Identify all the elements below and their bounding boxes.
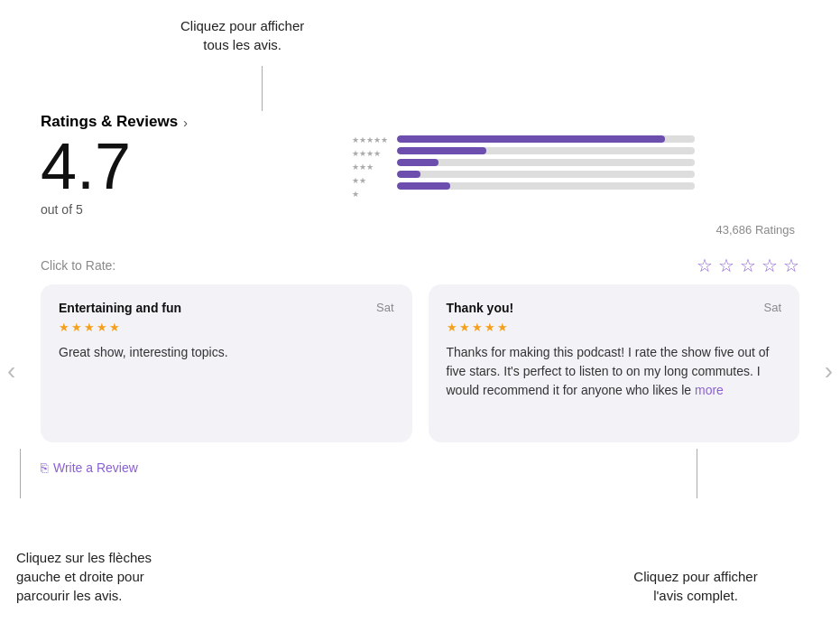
star-row-1: ★ bbox=[352, 190, 388, 199]
star-row-2: ★★ bbox=[352, 176, 388, 185]
annotation-bottom-left: Cliquez sur les flèches gauche et droite… bbox=[16, 548, 215, 605]
annot-right-line2: l'avis complet. bbox=[653, 588, 738, 603]
rate-star-1[interactable]: ☆ bbox=[697, 255, 713, 276]
write-review-icon: ⎘ bbox=[41, 460, 48, 475]
big-number: 4.7 bbox=[41, 134, 131, 199]
annot-left-line1: Cliquez sur les flèches bbox=[16, 550, 152, 565]
tooltip-top-line1: Cliquez pour afficher bbox=[180, 18, 304, 33]
review-1-header: Entertaining and fun Sat bbox=[59, 301, 394, 315]
ratings-count: 43,686 Ratings bbox=[716, 223, 795, 237]
review-1-star-4: ★ bbox=[97, 321, 107, 334]
annot-right-line1: Cliquez pour afficher bbox=[633, 569, 757, 584]
star-distribution: ★★★★★ ★★★★ ★★★ ★★ ★ bbox=[352, 134, 695, 199]
review-2-stars: ★ ★ ★ ★ ★ bbox=[447, 321, 782, 334]
review-2-title: Thank you! bbox=[447, 301, 514, 315]
write-review[interactable]: ⎘ Write a Review bbox=[41, 460, 138, 475]
tooltip-top: Cliquez pour afficher tous les avis. bbox=[180, 16, 304, 54]
rate-star-2[interactable]: ☆ bbox=[718, 255, 734, 276]
star-row-5: ★★★★★ bbox=[352, 135, 388, 144]
click-to-rate-label: Click to Rate: bbox=[41, 258, 115, 273]
review-2-star-3: ★ bbox=[472, 321, 483, 334]
rate-star-4[interactable]: ☆ bbox=[762, 255, 778, 276]
review-1-body: Great show, interesting topics. bbox=[59, 343, 394, 362]
bar-track-3 bbox=[397, 159, 695, 166]
bar-fill-3 bbox=[397, 159, 438, 166]
tooltip-line bbox=[262, 66, 263, 111]
annot-left-line3: parcourir les avis. bbox=[16, 588, 123, 603]
rate-star-5[interactable]: ☆ bbox=[783, 255, 799, 276]
tooltip-top-line2: tous les avis. bbox=[203, 37, 282, 52]
annot-line-right bbox=[697, 449, 697, 498]
star-row-3: ★★★ bbox=[352, 163, 388, 172]
review-2-star-4: ★ bbox=[485, 321, 495, 334]
section-header[interactable]: Ratings & Reviews › bbox=[41, 113, 188, 131]
out-of: out of 5 bbox=[41, 202, 131, 217]
review-2-star-2: ★ bbox=[459, 321, 470, 334]
review-1-star-3: ★ bbox=[84, 321, 95, 334]
section-chevron: › bbox=[183, 115, 188, 130]
annotation-bottom-right: Cliquez pour afficher l'avis complet. bbox=[596, 567, 795, 605]
review-card-2: Thank you! Sat ★ ★ ★ ★ ★ Thanks for maki… bbox=[429, 284, 800, 442]
review-2-header: Thank you! Sat bbox=[447, 301, 782, 315]
annot-left-line2: gauche et droite pour bbox=[16, 569, 144, 584]
review-1-stars: ★ ★ ★ ★ ★ bbox=[59, 321, 394, 334]
review-card-1: Entertaining and fun Sat ★ ★ ★ ★ ★ Great… bbox=[41, 284, 412, 442]
click-to-rate-section: Click to Rate: ☆ ☆ ☆ ☆ ☆ bbox=[41, 255, 799, 276]
nav-arrow-right[interactable]: › bbox=[825, 357, 833, 386]
review-cards-area: Entertaining and fun Sat ★ ★ ★ ★ ★ Great… bbox=[41, 284, 799, 442]
section-title: Ratings & Reviews bbox=[41, 113, 178, 131]
write-review-label: Write a Review bbox=[53, 460, 138, 475]
review-2-date: Sat bbox=[763, 301, 781, 314]
bar-track-4 bbox=[397, 147, 695, 154]
review-1-star-2: ★ bbox=[71, 321, 82, 334]
bar-fill-2 bbox=[397, 171, 420, 178]
review-1-date: Sat bbox=[376, 301, 394, 314]
review-1-star-5: ★ bbox=[109, 321, 120, 334]
nav-arrow-left[interactable]: ‹ bbox=[7, 357, 15, 386]
big-rating: 4.7 out of 5 bbox=[41, 134, 131, 217]
bar-track-5 bbox=[397, 135, 695, 143]
bar-track-2 bbox=[397, 171, 695, 178]
bars-column bbox=[397, 134, 695, 190]
review-2-star-5: ★ bbox=[497, 321, 508, 334]
bar-fill-4 bbox=[397, 147, 486, 154]
review-2-body: Thanks for making this podcast! I rate t… bbox=[447, 343, 782, 400]
star-row-4: ★★★★ bbox=[352, 149, 388, 158]
page-container: Cliquez pour afficher tous les avis. Rat… bbox=[0, 0, 840, 632]
review-2-more[interactable]: more bbox=[695, 383, 724, 397]
bar-track-1 bbox=[397, 182, 695, 190]
review-2-star-1: ★ bbox=[447, 321, 457, 334]
review-1-star-1: ★ bbox=[59, 321, 69, 334]
bar-fill-5 bbox=[397, 135, 665, 143]
star-icons-column: ★★★★★ ★★★★ ★★★ ★★ ★ bbox=[352, 134, 388, 199]
annot-line-left bbox=[20, 449, 21, 498]
bar-fill-1 bbox=[397, 182, 450, 190]
rate-star-3[interactable]: ☆ bbox=[740, 255, 756, 276]
review-1-title: Entertaining and fun bbox=[59, 301, 181, 315]
rate-stars[interactable]: ☆ ☆ ☆ ☆ ☆ bbox=[697, 255, 799, 276]
